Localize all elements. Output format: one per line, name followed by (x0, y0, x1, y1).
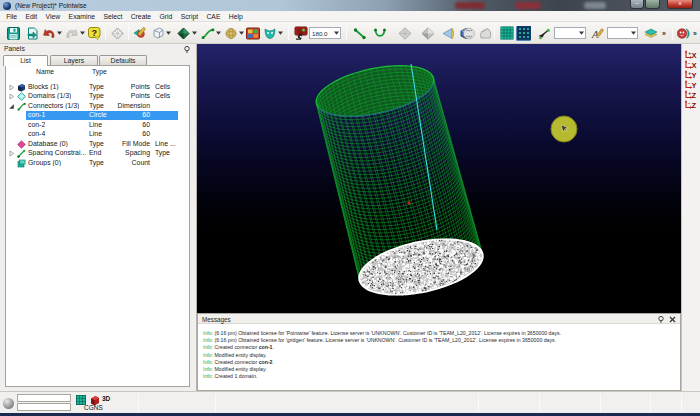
menu-select[interactable]: Select (99, 11, 126, 22)
tree-row-con-2[interactable]: con-2Line60 (6, 120, 189, 130)
draw-curve-button[interactable] (132, 26, 147, 41)
rotate-view-icon (294, 26, 308, 40)
layer-diamond-button[interactable] (643, 26, 658, 41)
menu-create[interactable]: Create (127, 11, 156, 22)
selection-combo-caret[interactable] (578, 28, 585, 38)
dock-pin-icon[interactable] (184, 46, 191, 53)
view-minusz-button[interactable]: Z- (683, 96, 700, 106)
teal-mask-dropdown[interactable] (277, 26, 283, 41)
u-curve-button[interactable] (372, 26, 387, 41)
entity-name: Blocks (1) (28, 83, 59, 90)
rotate-view-button[interactable] (293, 26, 308, 41)
toolbar-overflow[interactable]: » (662, 25, 665, 41)
tab-layers[interactable]: Layers (50, 55, 98, 65)
svg-text:+: + (688, 90, 691, 96)
log-line: Info: Modified entity display. (203, 352, 678, 359)
color-squares-button[interactable] (245, 26, 260, 41)
statusbar-separator (539, 394, 540, 412)
grid-points-button[interactable] (516, 26, 531, 41)
viewport-3d[interactable] (197, 44, 681, 313)
redo-dropdown[interactable] (79, 26, 85, 41)
selection-combo[interactable] (554, 27, 586, 39)
expander-collapsed-icon[interactable] (8, 93, 15, 101)
svg-text:-: - (688, 80, 690, 86)
tab-defaults[interactable]: Defaults (99, 55, 147, 65)
menu-file[interactable]: File (2, 11, 21, 22)
rotation-combo[interactable]: 180.0 (309, 27, 341, 39)
maximize-button[interactable] (645, 0, 660, 9)
solid-diamond-button[interactable] (176, 26, 191, 41)
faceted-diamond-button[interactable] (397, 26, 412, 41)
expander-collapsed-icon[interactable] (8, 84, 15, 92)
teal-mask-button[interactable] (262, 26, 277, 41)
tab-list[interactable]: List (3, 55, 48, 66)
menu-help[interactable]: Help (225, 11, 247, 22)
log-line: Info: Created connector con-2. (203, 359, 678, 366)
tree-row-domains-1-3[interactable]: Domains (1/3)TypePointsCells (6, 92, 189, 102)
view-plusx-button[interactable]: X+ (683, 46, 700, 56)
tree-row-groups-0[interactable]: Groups (0)TypeCount (6, 158, 189, 168)
messages-pin-icon[interactable] (658, 316, 665, 323)
tree-row-database-0[interactable]: Database (0)TypeFill ModeLine ... (6, 139, 189, 149)
rotation-combo-caret[interactable] (333, 28, 340, 38)
close-button[interactable]: x (667, 0, 693, 9)
expander-expanded-icon[interactable] (8, 103, 15, 111)
annotate-button[interactable]: A (590, 26, 605, 41)
entity-col4: Cells (155, 83, 170, 90)
import-button[interactable] (25, 26, 40, 41)
box-outline-dropdown[interactable] (165, 26, 171, 41)
messages-close-icon[interactable] (669, 316, 676, 323)
annotation-combo[interactable] (607, 27, 638, 39)
menu-cae[interactable]: CAE (202, 11, 224, 22)
menubar: FileEditViewExamineSelectCreateGridScrip… (0, 11, 700, 22)
tree-row-con-1[interactable]: con-1Circle60 (6, 111, 189, 121)
expander-collapsed-icon[interactable] (8, 150, 15, 158)
menu-grid[interactable]: Grid (155, 11, 176, 22)
undo-button[interactable] (41, 26, 56, 41)
redo-button[interactable] (64, 26, 79, 41)
tree-row-blocks-1[interactable]: Blocks (1)TypePointsCells (6, 82, 189, 92)
line-segment-button[interactable] (352, 26, 367, 41)
view-plusz-button[interactable]: Z+ (683, 86, 700, 96)
revolve-button[interactable] (440, 26, 455, 41)
annotation-combo-caret[interactable] (630, 28, 637, 38)
statusbar-separator (478, 394, 479, 412)
tree-row-spacing-constrai[interactable]: Spacing Constrai...EndSpacingType (6, 149, 189, 159)
status-field-2[interactable] (17, 403, 71, 411)
help-button[interactable]: ? (87, 26, 102, 41)
toolbar-overflow-2[interactable]: » (693, 25, 696, 41)
mask-red-button[interactable] (676, 26, 691, 41)
grab-2-button[interactable] (477, 26, 492, 41)
arrow-node-icon (537, 27, 551, 40)
grid-points-icon (517, 26, 531, 40)
menu-script[interactable]: Script (177, 11, 203, 22)
view-minusx-button[interactable]: X- (683, 56, 700, 66)
solid-diamond-dropdown[interactable] (191, 26, 197, 41)
column-name[interactable]: Name (36, 68, 54, 75)
titlebar-reflection (455, 2, 485, 9)
spline-button[interactable] (200, 26, 215, 41)
tree-row-con-4[interactable]: con-4Line60 (6, 130, 189, 140)
status-field-1[interactable] (17, 394, 71, 402)
spline-dropdown[interactable] (215, 26, 221, 41)
sphere-tool-button[interactable] (223, 26, 238, 41)
minimize-button[interactable]: – (630, 0, 644, 9)
box-outline-button[interactable] (150, 26, 165, 41)
grid-flat-button[interactable] (499, 26, 514, 41)
arrow-node-button[interactable] (536, 26, 551, 41)
faceted-diamond-2-button[interactable] (420, 26, 435, 41)
sphere-tool-dropdown[interactable] (238, 26, 244, 41)
tree-row-connectors-1-3[interactable]: Connectors (1/3)TypeDimension (6, 101, 189, 111)
wireframe-diamond-button[interactable] (110, 26, 125, 41)
menu-edit[interactable]: Edit (21, 11, 41, 22)
column-type[interactable]: Type (92, 68, 107, 75)
entity-col4: Line ... (155, 140, 176, 147)
undo-dropdown[interactable] (56, 26, 62, 41)
grab-icon (462, 27, 476, 40)
grab-button[interactable] (461, 26, 476, 41)
save-button[interactable] (6, 26, 21, 41)
view-plusy-button[interactable]: Y+ (683, 66, 700, 76)
view-minusy-button[interactable]: Y- (683, 76, 700, 86)
menu-view[interactable]: View (41, 11, 64, 22)
menu-examine[interactable]: Examine (64, 11, 99, 22)
